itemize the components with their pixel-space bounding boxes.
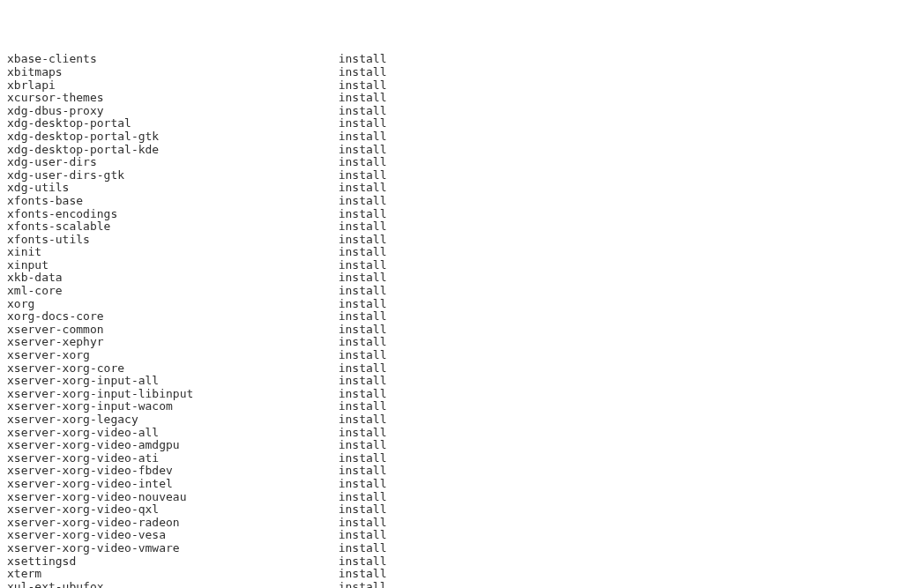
package-name: xinit [7, 245, 41, 258]
package-status: install [339, 361, 387, 375]
package-row: xserver-xorg-input-wacom install [7, 400, 896, 413]
package-list: xbase-clients installxbitmaps installxbr… [7, 53, 896, 588]
package-name: xserver-xorg-input-all [7, 374, 159, 387]
package-row: xdg-desktop-portal install [7, 117, 896, 130]
package-name: xserver-xorg-legacy [7, 413, 138, 426]
package-status: install [339, 168, 387, 182]
package-row: xinit install [7, 246, 896, 259]
package-row: xserver-xorg-video-amdgpu install [7, 439, 896, 452]
package-row: xdg-utils install [7, 182, 896, 195]
package-status: install [339, 220, 387, 233]
package-row: xdg-user-dirs-gtk install [7, 169, 896, 182]
package-status: install [339, 426, 387, 439]
package-status: install [339, 309, 387, 323]
package-status: install [339, 116, 387, 130]
package-name: xml-core [7, 284, 63, 297]
package-name: xfonts-utils [7, 233, 90, 246]
package-name: xfonts-base [7, 194, 83, 207]
package-name: xserver-xorg-input-wacom [7, 399, 173, 413]
package-status: install [339, 78, 387, 92]
package-name: xkb-data [7, 271, 63, 284]
package-status: install [339, 271, 387, 284]
package-name: xserver-xorg-input-libinput [7, 387, 193, 400]
package-row: xorg-docs-core install [7, 310, 896, 324]
package-status: install [339, 335, 387, 348]
package-row: xserver-xorg-video-intel install [7, 478, 896, 491]
package-status: install [339, 541, 387, 555]
package-name: xfonts-encodings [7, 207, 117, 220]
package-row: xfonts-utils install [7, 234, 896, 247]
package-status: install [339, 245, 387, 258]
package-status: install [339, 155, 387, 168]
package-name: xbase-clients [7, 52, 97, 65]
package-row: xserver-xorg install [7, 349, 896, 362]
package-row: xul-ext-ubufox install [7, 581, 896, 588]
package-row: xserver-xorg-video-qxl install [7, 503, 896, 517]
package-name: xorg-docs-core [7, 309, 104, 323]
package-status: install [339, 258, 387, 272]
package-name: xterm [7, 567, 41, 580]
package-row: xbrlapi install [7, 79, 896, 93]
package-row: xserver-xorg-video-vesa install [7, 529, 896, 542]
package-status: install [339, 451, 387, 465]
package-status: install [339, 490, 387, 503]
package-name: xdg-desktop-portal-gtk [7, 130, 159, 143]
package-name: xserver-xorg-video-vmware [7, 541, 180, 555]
package-row: xbase-clients install [7, 53, 896, 66]
package-name: xorg [7, 297, 34, 310]
package-status: install [339, 130, 387, 143]
package-row: xserver-xorg-input-all install [7, 375, 896, 388]
package-row: xserver-xorg-video-nouveau install [7, 491, 896, 504]
package-name: xserver-xorg-video-vesa [7, 528, 166, 541]
package-name: xdg-dbus-proxy [7, 104, 104, 117]
package-name: xdg-desktop-portal [7, 116, 131, 130]
package-status: install [339, 104, 387, 117]
package-status: install [339, 207, 387, 220]
package-name: xserver-xorg-video-intel [7, 477, 173, 490]
package-row: xserver-xephyr install [7, 336, 896, 349]
package-row: xserver-xorg-input-libinput install [7, 388, 896, 401]
package-row: xserver-xorg-video-radeon install [7, 517, 896, 530]
package-status: install [339, 516, 387, 529]
package-name: xdg-desktop-portal-kde [7, 143, 159, 156]
package-status: install [339, 194, 387, 207]
package-name: xserver-xorg-core [7, 361, 124, 375]
package-row: xserver-common install [7, 324, 896, 337]
package-status: install [339, 555, 387, 568]
package-row: xserver-xorg-legacy install [7, 413, 896, 427]
package-name: xserver-xorg-video-radeon [7, 516, 180, 529]
package-row: xfonts-base install [7, 195, 896, 208]
package-status: install [339, 284, 387, 297]
package-row: xbitmaps install [7, 66, 896, 79]
package-name: xserver-xorg-video-ati [7, 451, 159, 465]
package-status: install [339, 65, 387, 78]
package-row: xdg-desktop-portal-kde install [7, 144, 896, 157]
package-name: xul-ext-ubufox [7, 580, 104, 588]
package-status: install [339, 438, 387, 451]
package-name: xcursor-themes [7, 91, 104, 104]
package-row: xinput install [7, 259, 896, 272]
package-row: xserver-xorg-video-vmware install [7, 542, 896, 555]
package-row: xdg-user-dirs install [7, 156, 896, 169]
package-name: xserver-xorg [7, 348, 90, 361]
package-row: xcursor-themes install [7, 92, 896, 105]
package-status: install [339, 143, 387, 156]
package-status: install [339, 323, 387, 336]
package-row: xfonts-encodings install [7, 208, 896, 221]
package-status: install [339, 233, 387, 246]
package-status: install [339, 387, 387, 400]
package-name: xfonts-scalable [7, 220, 110, 233]
package-status: install [339, 374, 387, 387]
package-status: install [339, 297, 387, 310]
package-name: xdg-user-dirs-gtk [7, 168, 124, 182]
package-name: xserver-xorg-video-all [7, 426, 159, 439]
package-status: install [339, 413, 387, 426]
package-name: xserver-xorg-video-nouveau [7, 490, 187, 503]
package-status: install [339, 580, 387, 588]
package-status: install [339, 567, 387, 580]
package-status: install [339, 502, 387, 516]
package-name: xbitmaps [7, 65, 63, 78]
package-row: xterm install [7, 568, 896, 581]
package-row: xserver-xorg-video-all install [7, 427, 896, 440]
package-status: install [339, 399, 387, 413]
